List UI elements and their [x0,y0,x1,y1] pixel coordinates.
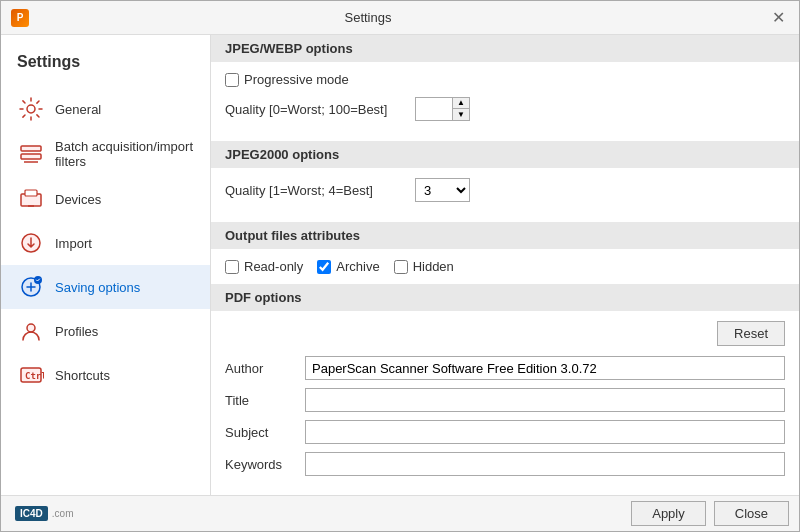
progressive-mode-text: Progressive mode [244,72,349,87]
readonly-label[interactable]: Read-only [225,259,303,274]
sidebar-item-batch-label: Batch acquisition/import filters [55,139,194,169]
jpeg-quality-spinbox: 75 ▲ ▼ [415,97,470,121]
window-title: Settings [29,10,707,25]
hidden-text: Hidden [413,259,454,274]
keywords-input[interactable] [305,452,785,476]
footer: IC4D .com Apply Close [1,495,799,531]
author-row: Author [225,356,785,380]
archive-checkbox[interactable] [317,260,331,274]
gear-icon [17,95,45,123]
jpeg-quality-label: Quality [0=Worst; 100=Best] [225,102,405,117]
watermark-text: .com [52,508,74,519]
sidebar-item-import-label: Import [55,236,92,251]
spin-down-button[interactable]: ▼ [453,109,469,120]
footer-close-button[interactable]: Close [714,501,789,526]
jpeg2000-content: Quality [1=Worst; 4=Best] 1 2 3 4 [211,168,799,222]
archive-text: Archive [336,259,379,274]
hidden-label[interactable]: Hidden [394,259,454,274]
subject-label: Subject [225,425,295,440]
progressive-mode-row: Progressive mode [225,72,785,87]
jpeg2000-header: JPEG2000 options [211,141,799,168]
svg-point-0 [27,105,35,113]
title-input[interactable] [305,388,785,412]
close-window-button[interactable]: ✕ [767,7,789,29]
batch-icon [17,140,45,168]
sidebar-item-batch[interactable]: Batch acquisition/import filters [1,131,210,177]
title-bar: P Settings ✕ [1,1,799,35]
author-input[interactable] [305,356,785,380]
subject-input[interactable] [305,420,785,444]
main-panel: JPEG/WEBP options Progressive mode Quali… [211,35,799,495]
sidebar-item-profiles[interactable]: Profiles [1,309,210,353]
sidebar-item-general-label: General [55,102,101,117]
archive-label[interactable]: Archive [317,259,379,274]
svg-point-10 [27,324,35,332]
brand-logo: IC4D [15,506,48,521]
apply-button[interactable]: Apply [631,501,706,526]
svg-rect-1 [21,146,41,151]
devices-icon [17,185,45,213]
sidebar-title: Settings [1,45,210,87]
title-label: Title [225,393,295,408]
svg-rect-2 [21,154,41,159]
settings-window: P Settings ✕ Settings General [0,0,800,532]
import-icon [17,229,45,257]
sidebar-item-general[interactable]: General [1,87,210,131]
svg-text:Ctrl: Ctrl [25,371,44,381]
sidebar-item-profiles-label: Profiles [55,324,98,339]
jpeg2000-quality-dropdown[interactable]: 1 2 3 4 [415,178,470,202]
spinbox-buttons: ▲ ▼ [452,98,469,120]
sidebar-item-shortcuts-label: Shortcuts [55,368,110,383]
sidebar-item-saving-label: Saving options [55,280,140,295]
jpeg2000-quality-label: Quality [1=Worst; 4=Best] [225,183,405,198]
watermark: IC4D .com [11,506,73,521]
profiles-icon [17,317,45,345]
app-icon: P [11,9,29,27]
subject-row: Subject [225,420,785,444]
content-area: Settings General [1,35,799,495]
progressive-mode-checkbox[interactable] [225,73,239,87]
pdf-header: PDF options [211,284,799,311]
jpeg-quality-input[interactable]: 75 [416,98,452,120]
svg-rect-5 [25,190,37,196]
sidebar-item-shortcuts[interactable]: Ctrl Shortcuts [1,353,210,397]
output-attrs-content: Read-only Archive Hidden [211,249,799,284]
saving-icon [17,273,45,301]
readonly-checkbox[interactable] [225,260,239,274]
keywords-row: Keywords [225,452,785,476]
jpeg2000-quality-row: Quality [1=Worst; 4=Best] 1 2 3 4 [225,178,785,202]
pdf-content: Reset Author Title Subject Keywords [211,311,799,494]
spin-up-button[interactable]: ▲ [453,98,469,109]
keywords-label: Keywords [225,457,295,472]
sidebar-item-saving-options[interactable]: Saving options [1,265,210,309]
jpeg-quality-row: Quality [0=Worst; 100=Best] 75 ▲ ▼ [225,97,785,121]
author-label: Author [225,361,295,376]
title-bar-left: P [11,9,29,27]
output-attrs-header: Output files attributes [211,222,799,249]
sidebar: Settings General [1,35,211,495]
shortcuts-icon: Ctrl [17,361,45,389]
hidden-checkbox[interactable] [394,260,408,274]
jpeg-webp-content: Progressive mode Quality [0=Worst; 100=B… [211,62,799,141]
sidebar-item-import[interactable]: Import [1,221,210,265]
progressive-mode-label[interactable]: Progressive mode [225,72,349,87]
reset-row: Reset [225,321,785,346]
reset-button[interactable]: Reset [717,321,785,346]
sidebar-item-devices[interactable]: Devices [1,177,210,221]
sidebar-item-devices-label: Devices [55,192,101,207]
readonly-text: Read-only [244,259,303,274]
title-row: Title [225,388,785,412]
jpeg-webp-header: JPEG/WEBP options [211,35,799,62]
